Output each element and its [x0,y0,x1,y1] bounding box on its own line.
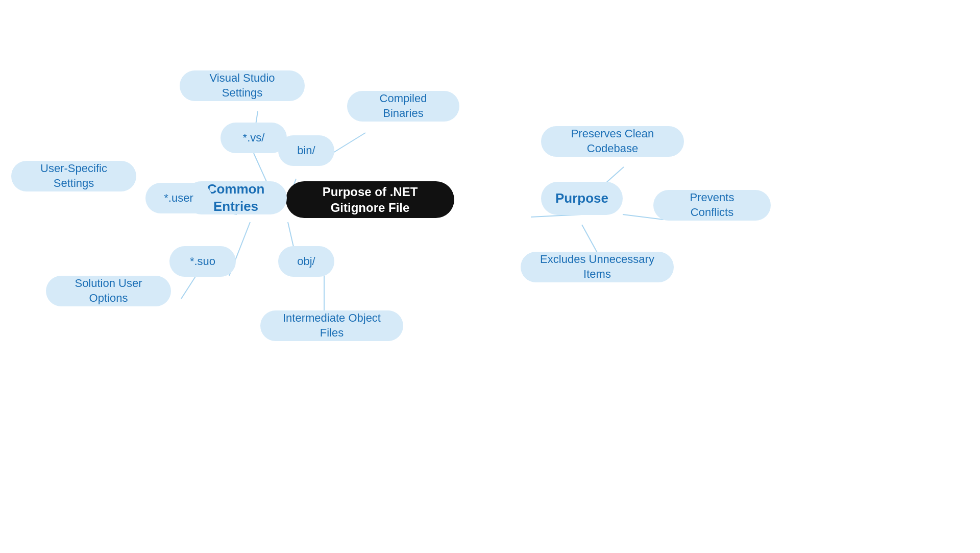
purpose-node: Purpose [541,182,623,215]
user-node: *.user [145,183,212,213]
solution-user-options-node: Solution User Options [46,276,171,306]
suo-node: *.suo [169,246,236,277]
vs-folder-node: *.vs/ [220,123,287,153]
center-node: Purpose of .NET Gitignore File [286,181,454,218]
user-specific-settings-node: User-Specific Settings [11,161,136,191]
intermediate-object-files-node: Intermediate Object Files [260,310,403,341]
prevents-conflicts-node: Prevents Conflicts [653,190,771,221]
preserves-clean-codebase-node: Preserves Clean Codebase [541,126,684,157]
compiled-binaries-node: Compiled Binaries [347,91,459,122]
obj-node: obj/ [278,246,334,277]
svg-line-5 [181,276,196,299]
bin-node: bin/ [278,135,334,166]
excludes-unnecessary-items-node: Excludes Unnecessary Items [521,252,674,282]
visual-studio-settings-node: Visual Studio Settings [180,70,305,101]
